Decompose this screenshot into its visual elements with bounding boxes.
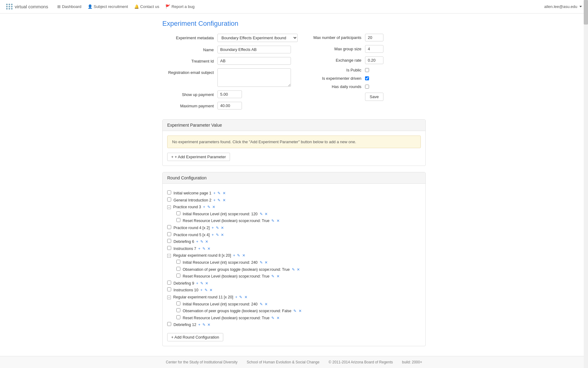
add-action[interactable]: + bbox=[200, 288, 202, 292]
item-checkbox[interactable] bbox=[167, 190, 171, 194]
name-row: Name bbox=[162, 46, 298, 53]
metadata-select[interactable]: Boundary Effects Experiment /bound bbox=[217, 34, 298, 42]
delete-action[interactable]: ✕ bbox=[277, 316, 280, 320]
delete-action[interactable]: ✕ bbox=[265, 260, 268, 265]
edit-action[interactable]: ✎ bbox=[200, 240, 203, 244]
maxpay-row: Maximum payment bbox=[162, 102, 298, 109]
item-label: Practice round 5 [x 4] bbox=[173, 233, 209, 237]
delete-action[interactable]: ✕ bbox=[205, 240, 208, 244]
delete-action[interactable]: ✕ bbox=[265, 302, 268, 306]
add-action[interactable]: + bbox=[235, 295, 237, 299]
item-checkbox[interactable] bbox=[167, 225, 171, 229]
nav-report-bug[interactable]: 🚩 Report a bug bbox=[165, 4, 194, 9]
item-checkbox[interactable] bbox=[167, 287, 171, 291]
save-button[interactable]: Save bbox=[365, 93, 383, 101]
child-checkbox[interactable] bbox=[176, 260, 180, 264]
scrollbar-thumb[interactable] bbox=[584, 0, 588, 25]
showup-input[interactable] bbox=[217, 90, 242, 98]
delete-action[interactable]: ✕ bbox=[223, 191, 226, 195]
edit-action[interactable]: ✎ bbox=[207, 205, 210, 209]
item-checkbox[interactable] bbox=[167, 246, 171, 250]
item-checkbox[interactable] bbox=[167, 232, 171, 236]
item-checkbox[interactable] bbox=[167, 239, 171, 243]
child-checkbox[interactable] bbox=[176, 274, 180, 278]
child-checkbox[interactable] bbox=[176, 308, 180, 312]
is-experimenter-checkbox[interactable] bbox=[365, 76, 369, 80]
child-checkbox[interactable] bbox=[176, 301, 180, 305]
edit-action[interactable]: ✎ bbox=[205, 288, 208, 292]
delete-action[interactable]: ✕ bbox=[221, 226, 224, 230]
add-action[interactable]: + bbox=[212, 226, 214, 230]
has-daily-checkbox[interactable] bbox=[365, 85, 369, 89]
child-checkbox[interactable] bbox=[176, 211, 180, 215]
delete-action[interactable]: ✕ bbox=[244, 295, 247, 299]
child-checkbox[interactable] bbox=[176, 315, 180, 319]
delete-action[interactable]: ✕ bbox=[207, 323, 210, 327]
child-checkbox[interactable] bbox=[176, 267, 180, 271]
nav-subject-recruitment[interactable]: 👤 Subject recruitment bbox=[88, 4, 128, 9]
max-participants-input[interactable] bbox=[365, 34, 383, 41]
add-action[interactable]: + bbox=[198, 247, 200, 251]
add-action[interactable]: + bbox=[212, 233, 214, 237]
delete-action[interactable]: ✕ bbox=[297, 267, 300, 272]
edit-action[interactable]: ✎ bbox=[292, 267, 295, 272]
nav-dashboard[interactable]: ⊞ Dashboard bbox=[57, 4, 81, 9]
add-action[interactable]: + bbox=[213, 191, 216, 195]
item-checkbox[interactable] bbox=[167, 197, 171, 201]
delete-action[interactable]: ✕ bbox=[209, 288, 213, 292]
delete-action[interactable]: ✕ bbox=[223, 198, 226, 202]
edit-action[interactable]: ✎ bbox=[260, 302, 263, 306]
delete-action[interactable]: ✕ bbox=[207, 247, 210, 251]
add-action[interactable]: + bbox=[196, 240, 198, 244]
add-action[interactable]: + bbox=[196, 281, 198, 286]
maxpay-input[interactable] bbox=[217, 102, 242, 109]
max-group-input[interactable] bbox=[365, 45, 383, 53]
child-checkbox[interactable] bbox=[176, 218, 180, 222]
edit-action[interactable]: ✎ bbox=[202, 247, 205, 251]
add-action[interactable]: + bbox=[203, 205, 205, 209]
nav-contact-us[interactable]: 🔔 Contact us bbox=[134, 4, 159, 9]
reg-email-input[interactable] bbox=[217, 68, 291, 87]
edit-action[interactable]: ✎ bbox=[200, 281, 203, 286]
edit-action[interactable]: ✎ bbox=[293, 309, 296, 313]
edit-action[interactable]: ✎ bbox=[239, 295, 242, 299]
edit-action[interactable]: ✎ bbox=[260, 212, 263, 216]
add-experiment-param-button[interactable]: + + Add Experiment Parameter bbox=[167, 153, 230, 161]
edit-action[interactable]: ✎ bbox=[271, 274, 274, 278]
delete-action[interactable]: ✕ bbox=[265, 212, 268, 216]
edit-action[interactable]: ✎ bbox=[217, 198, 221, 202]
item-checkbox[interactable] bbox=[167, 322, 171, 326]
delete-action[interactable]: ✕ bbox=[277, 219, 280, 223]
brand-link[interactable]: virtual commons bbox=[6, 4, 48, 10]
treatment-input[interactable] bbox=[217, 57, 291, 65]
edit-action[interactable]: ✎ bbox=[216, 226, 219, 230]
add-round-wrapper: + Add Round Configuration bbox=[167, 333, 421, 341]
add-action[interactable]: + bbox=[198, 323, 200, 327]
delete-action[interactable]: ✕ bbox=[299, 309, 302, 313]
is-public-checkbox[interactable] bbox=[365, 68, 369, 72]
edit-action[interactable]: ✎ bbox=[237, 253, 240, 258]
edit-action[interactable]: ✎ bbox=[271, 316, 274, 320]
delete-action[interactable]: ✕ bbox=[212, 205, 215, 209]
exchange-rate-input[interactable] bbox=[365, 56, 383, 64]
edit-action[interactable]: ✎ bbox=[202, 323, 205, 327]
child-actions: ✎ ✕ bbox=[270, 219, 279, 223]
delete-action[interactable]: ✕ bbox=[277, 274, 280, 278]
user-menu[interactable]: allen.lee@asu.edu bbox=[544, 4, 582, 9]
collapse-icon[interactable]: − bbox=[167, 296, 171, 299]
edit-action[interactable]: ✎ bbox=[217, 191, 221, 195]
edit-action[interactable]: ✎ bbox=[260, 260, 263, 265]
add-action[interactable]: + bbox=[233, 253, 235, 258]
item-checkbox[interactable] bbox=[167, 281, 171, 285]
delete-action[interactable]: ✕ bbox=[205, 281, 208, 286]
add-action[interactable]: + bbox=[213, 198, 216, 202]
child-label: Initial Resource Level (int) scope:round… bbox=[183, 212, 258, 216]
delete-action[interactable]: ✕ bbox=[242, 253, 245, 258]
delete-action[interactable]: ✕ bbox=[221, 233, 224, 237]
edit-action[interactable]: ✎ bbox=[216, 233, 219, 237]
collapse-icon[interactable]: − bbox=[167, 205, 171, 209]
collapse-icon[interactable]: − bbox=[167, 254, 171, 258]
edit-action[interactable]: ✎ bbox=[271, 219, 274, 223]
add-round-button[interactable]: + Add Round Configuration bbox=[167, 333, 223, 341]
name-input[interactable] bbox=[217, 46, 291, 53]
